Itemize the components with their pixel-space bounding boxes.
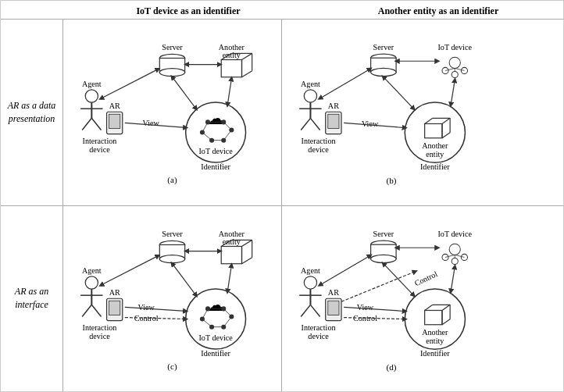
cell-a: Server Another entity <box>63 20 282 205</box>
svg-text:Agent: Agent <box>301 80 320 88</box>
grid-row-1: Server Another entity <box>63 20 563 206</box>
header-col2: Another entity as an identifier <box>329 5 548 17</box>
svg-text:IoT device: IoT device <box>437 230 472 238</box>
svg-text:device: device <box>308 332 329 340</box>
svg-text:device: device <box>89 145 110 154</box>
svg-text:IoT device: IoT device <box>437 43 472 52</box>
svg-line-12 <box>242 71 252 77</box>
svg-rect-67 <box>328 114 339 128</box>
svg-line-96 <box>242 240 252 246</box>
diagram-c: Server Another entity <box>70 212 275 386</box>
svg-line-153 <box>301 305 310 316</box>
svg-point-143 <box>442 254 448 260</box>
svg-line-100 <box>242 257 252 263</box>
svg-text:entity: entity <box>223 237 241 246</box>
cell-c: Server Another entity <box>63 206 282 392</box>
content-area: AR as a datapresentation AR as aninterfa… <box>1 20 563 391</box>
svg-point-50 <box>371 68 396 76</box>
svg-text:View: View <box>137 303 155 312</box>
svg-text:IoT device: IoT device <box>198 147 233 155</box>
diagram-d: Server IoT device <box>288 212 494 386</box>
svg-text:Server: Server <box>373 230 394 238</box>
svg-line-17 <box>82 118 91 130</box>
svg-line-132 <box>173 263 196 294</box>
header-col1: IoT device as an identifier <box>79 5 298 17</box>
svg-point-144 <box>461 254 467 260</box>
diagram-grid: Server Another entity <box>63 20 563 391</box>
svg-text:Identifier: Identifier <box>201 349 230 358</box>
svg-text:View: View <box>357 303 374 312</box>
svg-text:Identifier: Identifier <box>420 162 450 171</box>
svg-text:Interaction: Interaction <box>302 137 336 145</box>
svg-text:AR: AR <box>328 288 339 297</box>
svg-text:Agent: Agent <box>82 80 102 88</box>
svg-text:entity: entity <box>426 150 444 159</box>
svg-text:☁: ☁ <box>207 109 224 128</box>
svg-text:AR: AR <box>109 102 120 110</box>
svg-rect-164 <box>425 310 442 324</box>
svg-line-105 <box>82 305 91 316</box>
diagram-b: Server IoT device <box>288 26 494 199</box>
diagram-a: Server Another entity <box>70 26 275 199</box>
svg-line-130 <box>101 255 158 284</box>
svg-line-154 <box>310 305 319 316</box>
svg-text:AR: AR <box>109 288 120 297</box>
row-label-2: AR as aninterface <box>1 206 63 392</box>
svg-line-41 <box>101 69 158 98</box>
svg-text:Agent: Agent <box>301 265 320 274</box>
header-row: IoT device as an identifier Another enti… <box>1 1 563 20</box>
svg-line-8 <box>242 53 252 59</box>
svg-text:Control: Control <box>413 269 439 287</box>
svg-point-14 <box>85 90 98 102</box>
svg-line-177 <box>451 266 455 290</box>
svg-rect-94 <box>221 246 241 263</box>
svg-text:View: View <box>143 119 160 127</box>
svg-rect-72 <box>425 123 442 137</box>
svg-text:(d): (d) <box>386 362 396 372</box>
svg-line-44 <box>227 79 231 105</box>
svg-text:entity: entity <box>223 51 241 59</box>
svg-text:device: device <box>308 145 329 154</box>
svg-point-142 <box>449 244 460 255</box>
svg-line-174 <box>320 255 370 285</box>
svg-text:Interaction: Interaction <box>302 323 336 331</box>
svg-line-180 <box>341 271 415 301</box>
svg-text:AR: AR <box>328 102 339 110</box>
svg-text:Server: Server <box>162 43 183 52</box>
svg-point-53 <box>442 67 448 73</box>
svg-rect-6 <box>221 59 241 77</box>
svg-point-145 <box>452 258 458 264</box>
svg-point-91 <box>159 255 184 262</box>
svg-point-140 <box>371 255 396 262</box>
svg-text:Identifier: Identifier <box>420 349 450 358</box>
grid-row-2: Server Another entity <box>63 206 563 392</box>
svg-text:☁: ☁ <box>207 295 224 315</box>
svg-point-60 <box>304 90 316 102</box>
svg-point-52 <box>449 57 460 68</box>
svg-text:Interaction: Interaction <box>83 137 117 145</box>
svg-point-55 <box>452 71 458 77</box>
svg-text:Another: Another <box>422 141 448 150</box>
svg-line-133 <box>227 265 231 290</box>
svg-text:Server: Server <box>373 43 394 52</box>
svg-text:IoT device: IoT device <box>198 333 233 341</box>
svg-line-82 <box>320 69 370 98</box>
svg-point-3 <box>159 69 184 77</box>
svg-text:Another: Another <box>422 327 448 336</box>
svg-text:(a): (a) <box>167 175 177 185</box>
svg-rect-21 <box>109 114 120 128</box>
svg-text:View: View <box>362 119 379 128</box>
cell-d: Server IoT device <box>282 206 501 392</box>
svg-text:Agent: Agent <box>82 265 102 274</box>
svg-line-176 <box>384 263 414 295</box>
svg-line-106 <box>91 305 101 316</box>
svg-line-178 <box>344 307 405 311</box>
svg-text:entity: entity <box>426 337 444 345</box>
svg-text:Identifier: Identifier <box>201 162 230 171</box>
svg-point-102 <box>85 276 98 288</box>
svg-text:device: device <box>89 331 110 340</box>
svg-text:(b): (b) <box>386 176 396 186</box>
svg-rect-157 <box>328 301 339 315</box>
svg-text:(c): (c) <box>167 362 177 372</box>
svg-line-134 <box>125 307 186 311</box>
